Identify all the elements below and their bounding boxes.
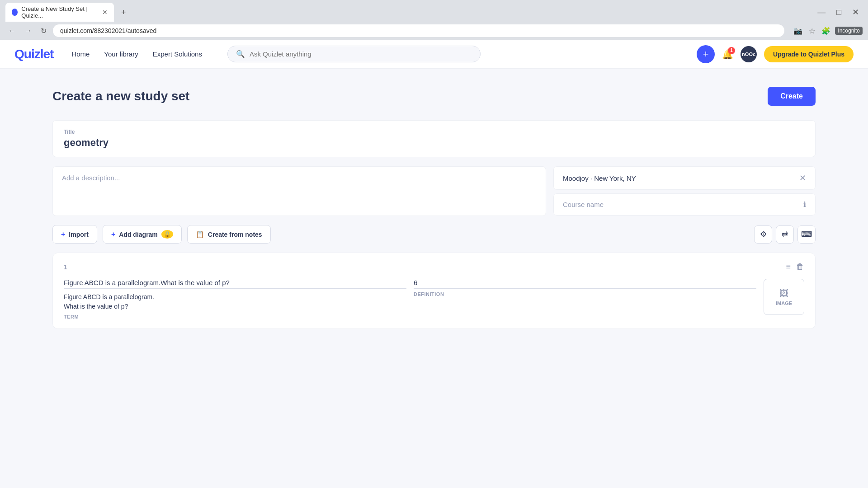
minimize-button[interactable]: —	[814, 7, 829, 18]
term-label: TERM	[64, 314, 406, 319]
settings-icon: ⚙	[760, 230, 767, 239]
image-icon: 🖼	[779, 288, 788, 299]
card-header: 1 ≡ 🗑	[64, 262, 804, 272]
card-definition-area: DEFINITION	[414, 279, 756, 319]
main-content: Create a new study set Create Title Add …	[0, 69, 868, 354]
desc-school-row: Add a description... Moodjoy · New York,…	[52, 166, 816, 216]
school-close-button[interactable]: ✕	[799, 173, 806, 183]
definition-label: DEFINITION	[414, 291, 756, 297]
course-placeholder: Course name	[563, 201, 604, 208]
toolbar-right: ⚙ ⇄ ⌨	[754, 225, 816, 244]
term-input[interactable]	[64, 279, 406, 289]
star-icon[interactable]: ☆	[807, 25, 817, 37]
nav-expert[interactable]: Expert Solutions	[153, 50, 202, 58]
diagram-plus-icon: +	[111, 230, 115, 239]
add-button[interactable]: +	[697, 45, 715, 63]
back-button[interactable]: ←	[5, 25, 18, 37]
import-plus-icon: +	[61, 230, 65, 239]
avatar-text: nOOc	[742, 52, 755, 57]
tab-favicon	[12, 9, 18, 16]
browser-toolbar: ← → ↻ 📷 ☆ 🧩 Incognito	[0, 22, 868, 40]
add-diagram-label: Add diagram	[119, 231, 158, 238]
browser-chrome: Create a New Study Set | Quizle... ✕ + —…	[0, 0, 868, 40]
refresh-button[interactable]: ↻	[38, 25, 49, 37]
notification-badge: 1	[728, 47, 735, 54]
notification-button[interactable]: 🔔 1	[722, 49, 733, 60]
image-label: IMAGE	[776, 300, 792, 306]
upgrade-button[interactable]: Upgrade to Quizlet Plus	[764, 46, 854, 62]
main-nav: Home	[71, 50, 90, 58]
school-column: Moodjoy · New York, NY ✕ Course name ℹ	[553, 166, 816, 216]
lock-badge: 🔒	[161, 230, 173, 239]
card-number: 1	[64, 263, 67, 271]
tab-title: Create a New Study Set | Quizle...	[21, 5, 96, 19]
address-bar[interactable]	[53, 24, 784, 37]
extensions-icon[interactable]: 🧩	[820, 25, 832, 37]
incognito-label: Incognito	[835, 27, 863, 35]
new-tab-button[interactable]: +	[118, 6, 130, 19]
card-actions: ≡ 🗑	[786, 262, 804, 272]
title-label: Title	[64, 129, 804, 135]
header-actions: + 🔔 1 nOOc Upgrade to Quizlet Plus	[697, 45, 854, 63]
create-from-notes-label: Create from notes	[208, 231, 262, 238]
nav-home[interactable]: Home	[71, 50, 90, 58]
quizlet-logo[interactable]: Quizlet	[14, 47, 53, 61]
search-icon: 🔍	[236, 50, 245, 58]
course-box[interactable]: Course name ℹ	[553, 193, 816, 216]
tab-close-button[interactable]: ✕	[102, 9, 108, 16]
create-button[interactable]: Create	[768, 87, 816, 106]
page-header: Create a new study set Create	[52, 87, 816, 106]
import-button[interactable]: + Import	[52, 225, 97, 244]
info-icon[interactable]: ℹ	[803, 200, 806, 209]
avatar[interactable]: nOOc	[741, 46, 757, 62]
card-fields: Figure ABCD is a parallelogram.What is t…	[64, 279, 804, 319]
toolbar-left: + Import + Add diagram 🔒 📋 Create from n…	[52, 225, 271, 244]
app-header: Quizlet Home Your library Expert Solutio…	[0, 40, 868, 69]
camera-icon: 📷	[792, 25, 804, 37]
page-title: Create a new study set	[52, 89, 189, 103]
quizlet-app: Quizlet Home Your library Expert Solutio…	[0, 40, 868, 354]
search-bar: 🔍	[227, 46, 481, 62]
browser-tab[interactable]: Create a New Study Set | Quizle... ✕	[5, 3, 114, 22]
card-term: Figure ABCD is a parallelogram.What is t…	[64, 279, 406, 319]
add-diagram-button[interactable]: + Add diagram 🔒	[103, 225, 182, 244]
notes-icon: 📋	[196, 230, 204, 239]
toolbar-row: + Import + Add diagram 🔒 📋 Create from n…	[52, 225, 816, 244]
search-input[interactable]	[250, 50, 472, 58]
create-from-notes-button[interactable]: 📋 Create from notes	[187, 225, 271, 244]
title-input[interactable]	[64, 137, 804, 149]
card-image-button[interactable]: 🖼 IMAGE	[764, 279, 804, 315]
drag-handle-button[interactable]: ≡	[786, 262, 791, 272]
description-box[interactable]: Add a description...	[52, 166, 546, 216]
term-text: Figure ABCD is a parallelogram.What is t…	[64, 292, 406, 311]
keyboard-icon: ⌨	[801, 230, 812, 239]
keyboard-icon-button[interactable]: ⌨	[797, 225, 816, 244]
school-box: Moodjoy · New York, NY ✕	[553, 166, 816, 190]
definition-input[interactable]	[414, 279, 756, 289]
browser-toolbar-icons: 📷 ☆ 🧩 Incognito	[792, 25, 863, 37]
maximize-button[interactable]: □	[833, 7, 845, 18]
title-section: Title	[52, 120, 816, 157]
import-label: Import	[69, 231, 89, 238]
swap-icon-button[interactable]: ⇄	[776, 225, 794, 244]
swap-icon: ⇄	[782, 230, 788, 239]
flashcard-1: 1 ≡ 🗑 Figure ABCD is a parallelogram.Wha…	[52, 253, 816, 329]
settings-icon-button[interactable]: ⚙	[754, 225, 772, 244]
delete-card-button[interactable]: 🗑	[796, 262, 804, 272]
description-placeholder: Add a description...	[62, 174, 120, 182]
window-controls: — □ ✕	[814, 6, 863, 18]
nav-library[interactable]: Your library	[104, 50, 138, 58]
forward-button[interactable]: →	[22, 25, 34, 37]
school-name: Moodjoy · New York, NY	[563, 174, 636, 182]
close-button[interactable]: ✕	[849, 6, 863, 18]
